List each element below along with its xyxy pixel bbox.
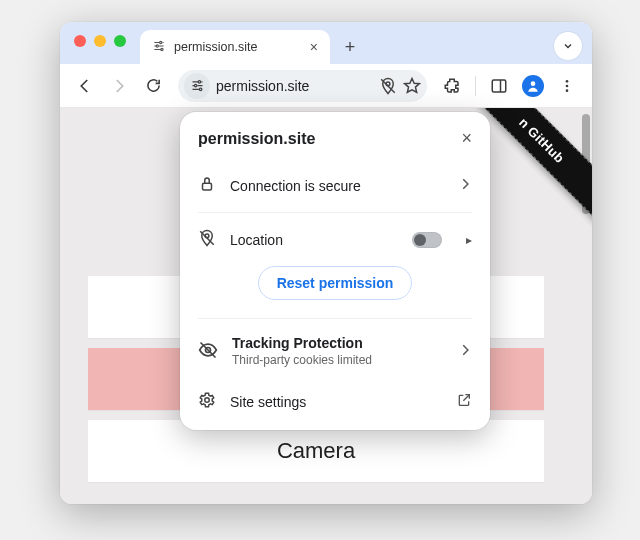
reload-button[interactable] <box>138 71 168 101</box>
svg-rect-8 <box>492 80 506 92</box>
window-controls <box>74 35 126 47</box>
svg-point-0 <box>160 41 162 43</box>
arrow-right-icon: ▸ <box>466 233 472 247</box>
card-label: Camera <box>277 438 355 464</box>
profile-button[interactable] <box>518 71 548 101</box>
fullscreen-window-button[interactable] <box>114 35 126 47</box>
external-link-icon <box>456 392 472 411</box>
svg-point-1 <box>156 44 158 46</box>
back-button[interactable] <box>70 71 100 101</box>
tracking-sub: Third-party cookies limited <box>232 353 444 367</box>
tracking-protection-row[interactable]: Tracking Protection Third-party cookies … <box>198 323 472 379</box>
side-panel-button[interactable] <box>484 71 514 101</box>
tab-title: permission.site <box>174 40 257 54</box>
avatar-icon <box>522 75 544 97</box>
new-tab-button[interactable]: + <box>336 33 364 61</box>
svg-point-2 <box>161 48 163 50</box>
lock-icon <box>198 175 216 196</box>
chevron-right-icon <box>458 177 472 194</box>
site-settings-label: Site settings <box>230 394 442 410</box>
eye-off-icon <box>198 340 218 363</box>
location-off-icon <box>198 229 216 250</box>
tracking-label: Tracking Protection <box>232 335 444 351</box>
close-window-button[interactable] <box>74 35 86 47</box>
popover-title: permission.site <box>198 130 315 148</box>
svg-point-13 <box>566 89 569 92</box>
toolbar: permission.site <box>60 64 592 108</box>
extensions-button[interactable] <box>437 71 467 101</box>
site-settings-row[interactable]: Site settings <box>198 379 472 424</box>
svg-point-19 <box>205 398 210 403</box>
location-toggle[interactable] <box>412 232 442 248</box>
toolbar-separator <box>475 76 476 96</box>
address-bar[interactable]: permission.site <box>178 70 427 102</box>
tune-icon <box>152 39 166 56</box>
svg-point-12 <box>566 84 569 87</box>
close-tab-icon[interactable]: × <box>310 39 318 55</box>
bookmark-star-icon[interactable] <box>403 77 421 95</box>
location-permission-row[interactable]: Location ▸ <box>198 217 472 262</box>
tab-strip: permission.site × + <box>60 22 592 64</box>
svg-point-11 <box>566 80 569 83</box>
chevron-right-icon <box>458 343 472 360</box>
forward-button[interactable] <box>104 71 134 101</box>
svg-point-10 <box>531 81 536 86</box>
close-icon[interactable]: × <box>461 128 472 149</box>
site-info-popover: permission.site × Connection is secure L… <box>180 112 490 430</box>
ribbon-text: n GitHub <box>516 114 567 165</box>
minimize-window-button[interactable] <box>94 35 106 47</box>
reset-permission-button[interactable]: Reset permission <box>258 266 413 300</box>
connection-row[interactable]: Connection is secure <box>198 163 472 208</box>
svg-point-4 <box>194 84 197 87</box>
browser-tab[interactable]: permission.site × <box>140 30 330 64</box>
svg-point-5 <box>199 88 202 91</box>
location-label: Location <box>230 232 398 248</box>
svg-rect-14 <box>203 183 212 190</box>
menu-button[interactable] <box>552 71 582 101</box>
url-text: permission.site <box>216 78 373 94</box>
svg-point-3 <box>198 81 201 84</box>
tab-overflow-button[interactable] <box>554 32 582 60</box>
site-info-button[interactable] <box>184 73 210 99</box>
location-blocked-icon[interactable] <box>379 77 397 95</box>
gear-icon <box>198 391 216 412</box>
connection-label: Connection is secure <box>230 178 444 194</box>
